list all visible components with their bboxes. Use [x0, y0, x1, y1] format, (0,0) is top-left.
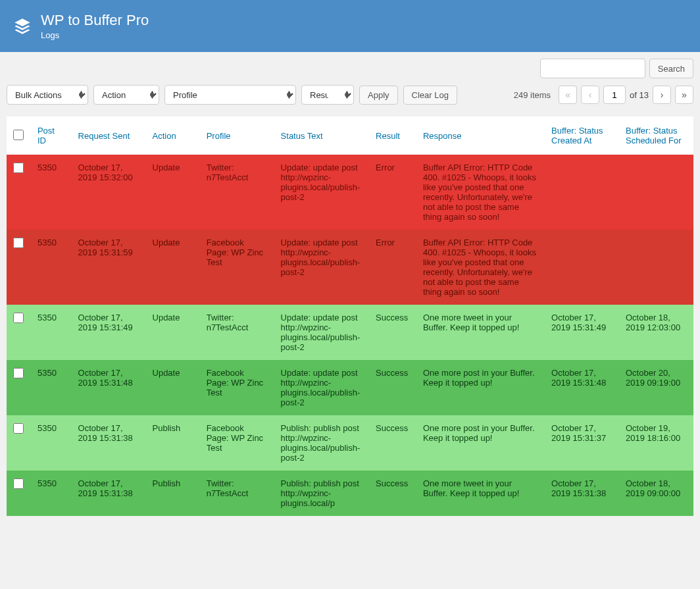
cell-created — [545, 230, 619, 305]
cell-profile: Twitter: n7TestAcct — [200, 155, 274, 230]
clear-log-button[interactable]: Clear Log — [403, 86, 457, 105]
cell-scheduled: October 18, 2019 12:03:00 — [619, 305, 693, 360]
search-button[interactable]: Search — [649, 59, 693, 78]
cell-request: October 17, 2019 15:31:38 — [72, 471, 146, 516]
cell-created: October 17, 2019 15:31:49 — [545, 305, 619, 360]
table-row: 5350 October 17, 2019 15:31:38 Publish F… — [7, 415, 693, 471]
table-row: 5350 October 17, 2019 15:31:38 Publish T… — [7, 471, 693, 516]
last-page-button[interactable]: » — [675, 86, 693, 104]
cell-response: Buffer API Error: HTTP Code 400. #1025 -… — [416, 155, 545, 230]
logs-table: Post ID Request Sent Action Profile Stat… — [7, 116, 693, 516]
cell-profile: Facebook Page: WP Zinc Test — [200, 415, 274, 471]
cell-request: October 17, 2019 15:31:38 — [72, 415, 146, 471]
cell-response: One more post in your Buffer. Keep it to… — [416, 415, 545, 471]
cell-action: Update — [146, 230, 200, 305]
cell-result: Success — [369, 360, 416, 415]
items-count: 249 items — [514, 90, 551, 100]
cell-request: October 17, 2019 15:31:48 — [72, 360, 146, 415]
cell-scheduled: October 20, 2019 09:19:00 — [619, 360, 693, 415]
cell-created: October 17, 2019 15:31:37 — [545, 415, 619, 471]
cell-postid: 5350 — [31, 305, 72, 360]
row-checkbox[interactable] — [13, 313, 24, 323]
page-title: WP to Buffer Pro — [41, 12, 149, 29]
cell-created — [545, 155, 619, 230]
cell-status: Update: update post http://wpzinc-plugin… — [274, 230, 369, 305]
cell-postid: 5350 — [31, 471, 72, 516]
profile-filter-select[interactable]: Profile — [164, 85, 296, 105]
col-request[interactable]: Request Sent — [78, 131, 130, 141]
cell-postid: 5350 — [31, 155, 72, 230]
cell-response: One more tweet in your Buffer. Keep it t… — [416, 305, 545, 360]
cell-request: October 17, 2019 15:32:00 — [72, 155, 146, 230]
table-row: 5350 October 17, 2019 15:31:48 Update Fa… — [7, 360, 693, 415]
cell-response: One more tweet in your Buffer. Keep it t… — [416, 471, 545, 516]
page-of-label: of 13 — [630, 90, 649, 100]
cell-profile: Facebook Page: WP Zinc Test — [200, 360, 274, 415]
cell-created: October 17, 2019 15:31:48 — [545, 360, 619, 415]
col-created[interactable]: Buffer: Status Created At — [551, 126, 603, 145]
table-row: 5350 October 17, 2019 15:31:59 Update Fa… — [7, 230, 693, 305]
cell-action: Update — [146, 360, 200, 415]
cell-status: Update: update post http://wpzinc-plugin… — [274, 155, 369, 230]
select-all-checkbox[interactable] — [13, 130, 24, 140]
cell-profile: Twitter: n7TestAcct — [200, 471, 274, 516]
cell-scheduled: October 18, 2019 09:00:00 — [619, 471, 693, 516]
table-row: 5350 October 17, 2019 15:32:00 Update Tw… — [7, 155, 693, 230]
cell-created: October 17, 2019 15:31:38 — [545, 471, 619, 516]
layers-icon — [13, 17, 32, 36]
result-filter-select[interactable]: Result — [301, 85, 354, 105]
bulk-actions-select[interactable]: Bulk Actions — [7, 85, 88, 105]
cell-result: Success — [369, 471, 416, 516]
apply-button[interactable]: Apply — [359, 86, 398, 105]
cell-result: Success — [369, 305, 416, 360]
cell-request: October 17, 2019 15:31:59 — [72, 230, 146, 305]
cell-status: Update: update post http://wpzinc-plugin… — [274, 360, 369, 415]
row-checkbox[interactable] — [13, 238, 24, 248]
cell-response: Buffer API Error: HTTP Code 400. #1025 -… — [416, 230, 545, 305]
cell-profile: Twitter: n7TestAcct — [200, 305, 274, 360]
page-subtitle: Logs — [41, 30, 149, 40]
cell-action: Publish — [146, 471, 200, 516]
cell-result: Error — [369, 155, 416, 230]
row-checkbox[interactable] — [13, 423, 24, 434]
next-page-button[interactable]: › — [653, 86, 671, 104]
col-response[interactable]: Response — [423, 131, 462, 141]
row-checkbox[interactable] — [13, 368, 24, 378]
prev-page-button[interactable]: ‹ — [581, 86, 599, 104]
page-header: WP to Buffer Pro Logs — [0, 0, 700, 52]
cell-postid: 5350 — [31, 360, 72, 415]
row-checkbox[interactable] — [13, 478, 24, 489]
cell-postid: 5350 — [31, 230, 72, 305]
col-result[interactable]: Result — [376, 131, 400, 141]
col-postid[interactable]: Post ID — [38, 126, 55, 145]
first-page-button[interactable]: « — [559, 86, 577, 104]
cell-request: October 17, 2019 15:31:49 — [72, 305, 146, 360]
cell-action: Update — [146, 305, 200, 360]
table-row: 5350 October 17, 2019 15:31:49 Update Tw… — [7, 305, 693, 360]
cell-scheduled: October 19, 2019 18:16:00 — [619, 415, 693, 471]
cell-response: One more post in your Buffer. Keep it to… — [416, 360, 545, 415]
cell-status: Update: update post http://wpzinc-plugin… — [274, 305, 369, 360]
col-scheduled[interactable]: Buffer: Status Scheduled For — [626, 126, 682, 145]
cell-result: Success — [369, 415, 416, 471]
cell-postid: 5350 — [31, 415, 72, 471]
cell-scheduled — [619, 230, 693, 305]
col-action[interactable]: Action — [153, 131, 176, 141]
search-input[interactable] — [540, 59, 645, 78]
row-checkbox[interactable] — [13, 163, 24, 173]
page-input[interactable] — [603, 86, 626, 104]
action-filter-select[interactable]: Action — [93, 85, 159, 105]
cell-profile: Facebook Page: WP Zinc Test — [200, 230, 274, 305]
cell-status: Publish: publish post http://wpzinc-plug… — [274, 471, 369, 516]
cell-scheduled — [619, 155, 693, 230]
cell-action: Update — [146, 155, 200, 230]
cell-status: Publish: publish post http://wpzinc-plug… — [274, 415, 369, 471]
cell-action: Publish — [146, 415, 200, 471]
col-profile[interactable]: Profile — [207, 131, 231, 141]
col-status[interactable]: Status Text — [281, 131, 323, 141]
cell-result: Error — [369, 230, 416, 305]
